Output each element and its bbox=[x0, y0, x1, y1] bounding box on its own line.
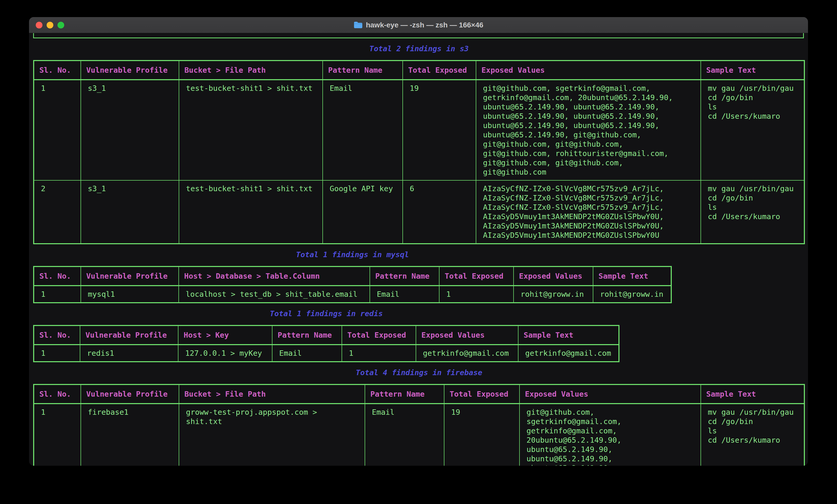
header-row: Sl. No.Vulnerable ProfileHost > Database… bbox=[34, 266, 671, 286]
folder-icon bbox=[354, 21, 362, 29]
column-header: Sample Text bbox=[593, 266, 671, 286]
table-cell: 127.0.0.1 > myKey bbox=[178, 344, 272, 362]
close-button[interactable] bbox=[36, 22, 42, 29]
table-cell: 1 bbox=[34, 286, 81, 303]
table-cell: redis1 bbox=[80, 344, 178, 362]
section-title: Total 2 findings in s3 bbox=[33, 44, 805, 53]
table-cell: Email bbox=[370, 286, 439, 303]
column-header: Total Exposed bbox=[444, 385, 519, 404]
findings-section-redis: Total 1 findings in redisSl. No.Vulnerab… bbox=[33, 309, 620, 362]
column-header: Total Exposed bbox=[342, 325, 416, 344]
terminal-content[interactable]: Total 2 findings in s3Sl. No.Vulnerable … bbox=[29, 33, 808, 466]
column-header: Exposed Values bbox=[476, 60, 701, 80]
table-cell: rohit@groww.in bbox=[514, 286, 593, 303]
column-header: Sl. No. bbox=[34, 266, 81, 286]
table-cell: Google API key bbox=[323, 180, 403, 244]
column-header: Host > Database > Table.Column bbox=[179, 266, 370, 286]
window-controls bbox=[36, 17, 64, 33]
column-header: Sample Text bbox=[701, 60, 804, 80]
table-cell: test-bucket-shit1 > shit.txt bbox=[179, 80, 323, 180]
column-header: Total Exposed bbox=[403, 60, 476, 80]
window-title-group: hawk-eye — -zsh — zsh — 166×46 bbox=[354, 21, 483, 29]
titlebar[interactable]: hawk-eye — -zsh — zsh — 166×46 bbox=[29, 17, 808, 33]
table-cell: Email bbox=[365, 404, 444, 466]
table-cell: 19 bbox=[444, 404, 519, 466]
findings-section-firebase: Total 4 findings in firebaseSl. No.Vulne… bbox=[33, 368, 805, 466]
fullscreen-button[interactable] bbox=[57, 22, 64, 29]
column-header: Vulnerable Profile bbox=[81, 385, 179, 404]
table-cell: git@github.com, sgetrkinfo@gmail.com, ge… bbox=[519, 404, 701, 466]
findings-table-redis: Sl. No.Vulnerable ProfileHost > KeyPatte… bbox=[33, 325, 620, 362]
minimize-button[interactable] bbox=[47, 22, 53, 29]
table-cell: 19 bbox=[403, 80, 476, 180]
findings-table-firebase: Sl. No.Vulnerable ProfileBucket > File P… bbox=[33, 384, 805, 466]
table-cell: 1 bbox=[34, 344, 80, 362]
column-header: Pattern Name bbox=[370, 266, 439, 286]
column-header: Sl. No. bbox=[34, 385, 81, 404]
column-header: Exposed Values bbox=[514, 266, 593, 286]
table-row: 1s3_1test-bucket-shit1 > shit.txtEmail19… bbox=[34, 80, 804, 180]
table-row: 1mysql1localhost > test_db > shit_table.… bbox=[34, 286, 671, 303]
column-header: Sample Text bbox=[701, 385, 804, 404]
table-row: 1firebase1groww-test-proj.appspot.com > … bbox=[34, 404, 804, 466]
table-cell: getrkinfo@gmail.com bbox=[416, 344, 518, 362]
column-header: Pattern Name bbox=[323, 60, 403, 80]
table-cell: test-bucket-shit1 > shit.txt bbox=[179, 180, 323, 244]
column-header: Vulnerable Profile bbox=[81, 266, 179, 286]
header-row: Sl. No.Vulnerable ProfileBucket > File P… bbox=[34, 385, 804, 404]
column-header: Total Exposed bbox=[439, 266, 514, 286]
findings-section-s3: Total 2 findings in s3Sl. No.Vulnerable … bbox=[33, 44, 805, 244]
table-cell: 2 bbox=[34, 180, 81, 244]
table-cell: mv gau /usr/bin/gau cd /go/bin ls cd /Us… bbox=[701, 80, 804, 180]
table-cell: 1 bbox=[34, 404, 81, 466]
table-cell: 1 bbox=[34, 80, 81, 180]
column-header: Bucket > File Path bbox=[179, 385, 365, 404]
column-header: Pattern Name bbox=[365, 385, 444, 404]
findings-sections: Total 2 findings in s3Sl. No.Vulnerable … bbox=[33, 44, 804, 466]
section-title: Total 1 findings in redis bbox=[33, 309, 620, 318]
findings-table-mysql: Sl. No.Vulnerable ProfileHost > Database… bbox=[33, 266, 672, 303]
column-header: Sl. No. bbox=[34, 60, 81, 80]
table-cell: Email bbox=[272, 344, 342, 362]
table-row: 1redis1127.0.0.1 > myKeyEmail1getrkinfo@… bbox=[34, 344, 619, 362]
table-cell: AIzaSyCfNZ-IZx0-SlVcVg8MCr575zv9_Ar7jLc,… bbox=[476, 180, 701, 244]
table-cell: getrkinfo@gmail.com bbox=[518, 344, 619, 362]
column-header: Vulnerable Profile bbox=[80, 325, 178, 344]
column-header: Sample Text bbox=[518, 325, 619, 344]
table-cell: 1 bbox=[439, 286, 514, 303]
table-cell: rohit@groww.in bbox=[593, 286, 671, 303]
column-header: Exposed Values bbox=[416, 325, 518, 344]
findings-section-mysql: Total 1 findings in mysqlSl. No.Vulnerab… bbox=[33, 250, 672, 303]
header-row: Sl. No.Vulnerable ProfileBucket > File P… bbox=[34, 60, 804, 80]
table-cell: mv gau /usr/bin/gau cd /go/bin ls cd /Us… bbox=[701, 180, 804, 244]
table-cell: localhost > test_db > shit_table.email bbox=[179, 286, 370, 303]
table-row: 2s3_1test-bucket-shit1 > shit.txtGoogle … bbox=[34, 180, 804, 244]
column-header: Sl. No. bbox=[34, 325, 80, 344]
table-cell: groww-test-proj.appspot.com > shit.txt bbox=[179, 404, 365, 466]
table-cell: 6 bbox=[403, 180, 476, 244]
table-cell: firebase1 bbox=[81, 404, 179, 466]
previous-table-bottom-border bbox=[33, 33, 804, 38]
table-cell: s3_1 bbox=[81, 180, 179, 244]
table-cell: 1 bbox=[342, 344, 416, 362]
column-header: Host > Key bbox=[178, 325, 272, 344]
column-header: Bucket > File Path bbox=[179, 60, 323, 80]
findings-table-s3: Sl. No.Vulnerable ProfileBucket > File P… bbox=[33, 60, 805, 244]
table-cell: mysql1 bbox=[81, 286, 179, 303]
table-cell: git@github.com, sgetrkinfo@gmail.com, ge… bbox=[476, 80, 701, 180]
header-row: Sl. No.Vulnerable ProfileHost > KeyPatte… bbox=[34, 325, 619, 344]
table-cell: Email bbox=[323, 80, 403, 180]
terminal-window: hawk-eye — -zsh — zsh — 166×46 Total 2 f… bbox=[29, 17, 808, 466]
window-title: hawk-eye — -zsh — zsh — 166×46 bbox=[366, 21, 483, 29]
table-cell: s3_1 bbox=[81, 80, 179, 180]
section-title: Total 1 findings in mysql bbox=[33, 250, 672, 259]
column-header: Vulnerable Profile bbox=[81, 60, 179, 80]
column-header: Pattern Name bbox=[272, 325, 342, 344]
section-title: Total 4 findings in firebase bbox=[33, 368, 805, 377]
table-cell: mv gau /usr/bin/gau cd /go/bin ls cd /Us… bbox=[701, 404, 804, 466]
column-header: Exposed Values bbox=[519, 385, 701, 404]
